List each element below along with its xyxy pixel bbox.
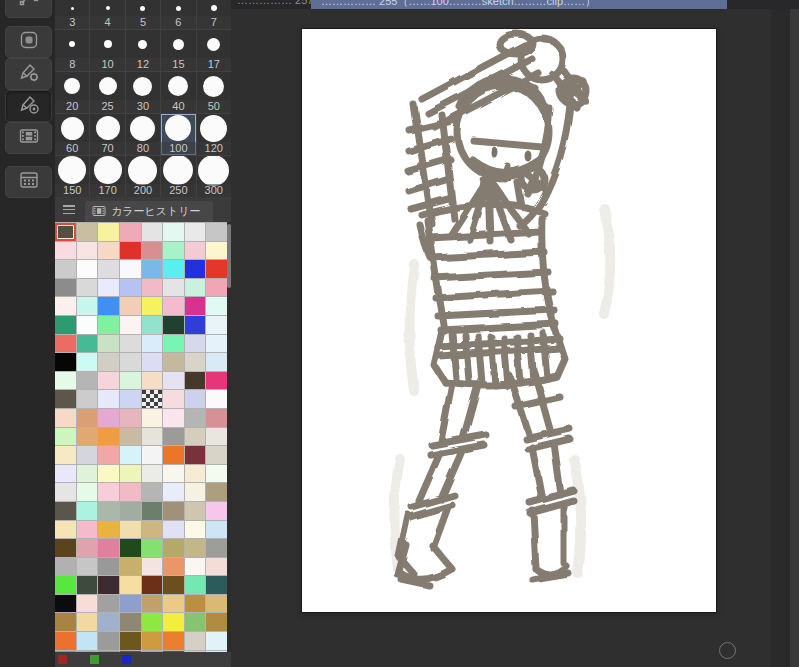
brush-size-cell[interactable]: 12 [126,30,160,71]
color-swatch[interactable] [77,632,98,650]
color-swatch[interactable] [120,502,141,520]
color-swatch[interactable] [185,353,206,371]
brush-size-cell[interactable]: 17 [197,30,231,71]
color-swatch[interactable] [163,632,184,650]
brush-size-cell[interactable]: 25 [90,72,124,113]
color-swatch[interactable] [206,465,227,483]
color-swatch[interactable] [120,521,141,539]
color-swatch[interactable] [98,558,119,576]
color-swatch[interactable] [206,558,227,576]
color-swatch[interactable] [98,242,119,260]
color-swatch[interactable] [185,539,206,557]
panel-menu-icon[interactable] [63,205,75,214]
color-history-tab[interactable]: カラーヒストリー [85,201,213,222]
color-swatch[interactable] [120,390,141,408]
color-swatch[interactable] [185,521,206,539]
color-swatch[interactable] [142,613,163,631]
color-swatch[interactable] [55,353,76,371]
color-swatch[interactable] [185,613,206,631]
color-swatch[interactable] [142,558,163,576]
color-swatch[interactable] [120,279,141,297]
color-swatch[interactable] [77,613,98,631]
color-swatch[interactable] [77,465,98,483]
color-swatch[interactable] [98,223,119,241]
color-swatch[interactable] [77,483,98,501]
color-swatch[interactable] [163,465,184,483]
color-swatch[interactable] [98,372,119,390]
color-swatch[interactable] [55,260,76,278]
color-swatch[interactable] [142,483,163,501]
color-swatch[interactable] [185,260,206,278]
color-swatch[interactable] [206,316,227,334]
color-swatch[interactable] [206,428,227,446]
color-swatch[interactable] [98,595,119,613]
color-swatch[interactable] [185,446,206,464]
color-swatch[interactable] [77,242,98,260]
footer-blue-swatch[interactable] [122,655,131,664]
color-swatch[interactable] [98,279,119,297]
color-swatch[interactable] [55,613,76,631]
color-swatch[interactable] [142,242,163,260]
color-swatch[interactable] [206,446,227,464]
palette-scrollbar[interactable] [227,222,231,652]
color-swatch[interactable] [77,558,98,576]
pen-register-tool-button[interactable] [5,90,52,122]
brush-size-cell[interactable]: 170 [90,156,124,197]
color-swatch[interactable] [206,279,227,297]
color-swatch[interactable] [55,595,76,613]
brush-size-cell[interactable]: 70 [90,114,124,155]
color-swatch[interactable] [120,539,141,557]
color-swatch[interactable] [206,353,227,371]
color-swatch[interactable] [185,335,206,353]
color-swatch[interactable] [142,297,163,315]
color-swatch[interactable] [120,613,141,631]
color-swatch[interactable] [98,260,119,278]
color-swatch[interactable] [185,502,206,520]
color-swatch[interactable] [163,595,184,613]
color-swatch[interactable] [142,632,163,650]
footer-red-swatch[interactable] [58,655,67,664]
color-swatch[interactable] [120,316,141,334]
color-swatch[interactable] [120,465,141,483]
color-swatch[interactable] [120,372,141,390]
color-swatch[interactable] [55,390,76,408]
color-swatch[interactable] [120,223,141,241]
color-swatch[interactable] [185,465,206,483]
color-swatch[interactable] [163,260,184,278]
color-swatch[interactable] [142,539,163,557]
color-swatch[interactable] [163,576,184,594]
color-swatch[interactable] [55,409,76,427]
document-tab-active[interactable]: …………… 255（……100………sketch………clip……） [311,0,727,9]
color-swatch[interactable] [120,353,141,371]
color-swatch[interactable] [55,372,76,390]
transparent-color-swatch[interactable] [142,390,163,408]
color-swatch[interactable] [206,242,227,260]
color-swatch[interactable] [77,353,98,371]
color-swatch[interactable] [142,279,163,297]
brush-size-cell[interactable]: 10 [90,30,124,71]
color-swatch[interactable] [185,372,206,390]
color-swatch[interactable] [206,372,227,390]
color-swatch[interactable] [206,613,227,631]
color-swatch[interactable] [98,409,119,427]
drawing-canvas[interactable] [302,29,716,612]
brush-size-cell[interactable]: 20 [55,72,89,113]
color-swatch[interactable] [163,335,184,353]
color-swatch[interactable] [55,428,76,446]
color-swatch[interactable] [142,372,163,390]
brush-size-cell[interactable]: 50 [197,72,231,113]
color-swatch[interactable] [185,297,206,315]
color-swatch[interactable] [55,316,76,334]
brush-size-cell[interactable]: 3 [55,0,89,29]
brush-size-cell[interactable]: 60 [55,114,89,155]
color-swatch[interactable] [98,446,119,464]
color-swatch[interactable] [120,428,141,446]
color-swatch[interactable] [142,223,163,241]
color-swatch[interactable] [185,390,206,408]
color-swatch[interactable] [163,242,184,260]
color-swatch[interactable] [142,316,163,334]
color-swatch[interactable] [163,613,184,631]
color-swatch[interactable] [120,335,141,353]
color-swatch[interactable] [142,576,163,594]
color-swatch[interactable] [120,483,141,501]
